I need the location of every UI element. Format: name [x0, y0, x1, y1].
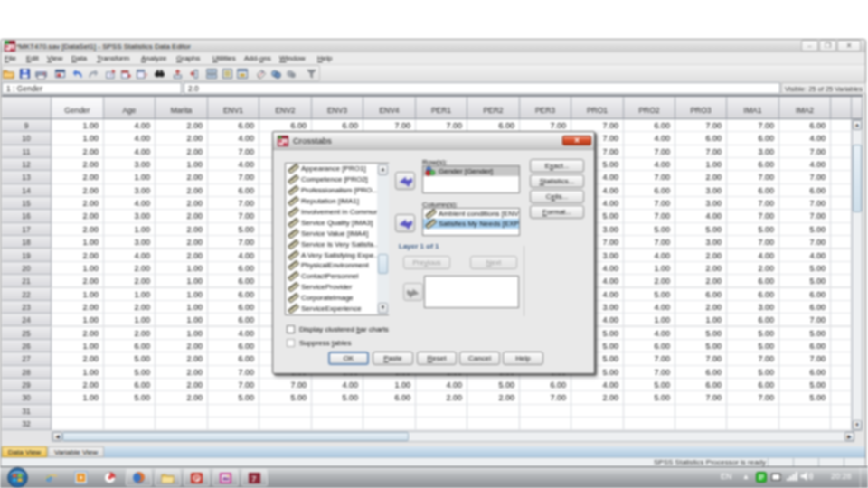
svg-text:P: P	[194, 474, 200, 483]
svg-text:7: 7	[251, 474, 256, 483]
svg-text:?: ?	[144, 71, 147, 80]
